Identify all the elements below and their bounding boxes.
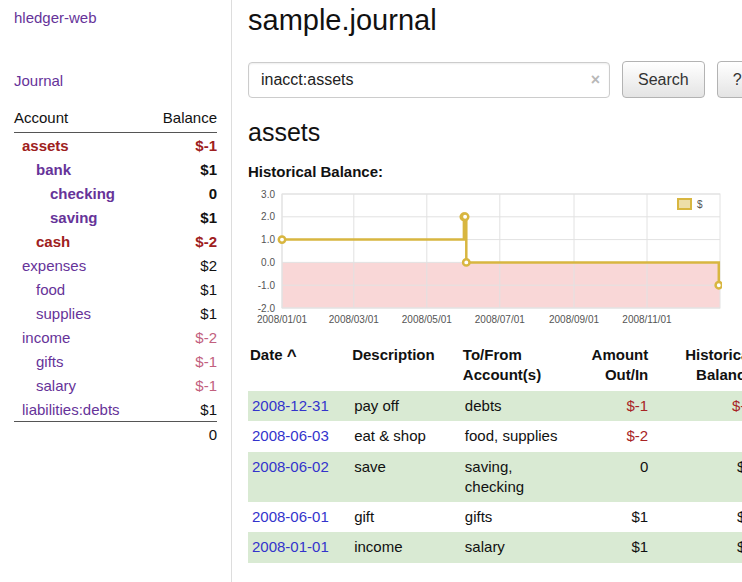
account-row: bank$1 <box>14 157 217 181</box>
search-button[interactable]: Search <box>622 61 705 98</box>
search-bar: × Search ? <box>248 61 742 98</box>
transaction-accounts: food, supplies <box>461 421 575 451</box>
account-balance: $1 <box>148 301 217 325</box>
account-name-cell: bank <box>14 157 148 181</box>
transaction-balance: $2 <box>652 452 742 503</box>
account-link[interactable]: bank <box>36 161 71 178</box>
account-link[interactable]: gifts <box>36 353 64 370</box>
account-name-cell: liabilities:debts <box>14 397 148 422</box>
register-header-amount: Amount Out/In <box>575 342 652 391</box>
accounts-total-spacer <box>14 422 148 447</box>
account-row: supplies$1 <box>14 301 217 325</box>
svg-text:2008/05/01: 2008/05/01 <box>402 314 452 325</box>
register-row: 2008-06-01giftgifts$1$2 <box>248 502 742 532</box>
register-header-row: Date ^ Description To/From Account(s) Am… <box>248 342 742 391</box>
accounts-table: Account Balance assets$-1bank$1checking0… <box>14 106 217 446</box>
account-link[interactable]: salary <box>36 377 76 394</box>
page-title: sample.journal <box>248 4 742 37</box>
transaction-accounts: saving, checking <box>461 452 575 503</box>
search-box: × <box>248 62 610 98</box>
transaction-date-link[interactable]: 2008-06-03 <box>252 427 329 444</box>
accounts-total-row: 0 <box>14 422 217 447</box>
account-row: income$-2 <box>14 325 217 349</box>
account-link[interactable]: expenses <box>22 257 86 274</box>
transaction-balance: $2 <box>652 502 742 532</box>
account-row: checking0 <box>14 181 217 205</box>
register-header-accounts: To/From Account(s) <box>461 342 575 391</box>
account-balance: $2 <box>148 253 217 277</box>
accounts-header-balance: Balance <box>148 106 217 133</box>
account-link[interactable]: cash <box>36 233 70 250</box>
register-row: 2008-12-31pay offdebts$-1$-1 <box>248 391 742 421</box>
register-header-date-label: Date <box>250 346 283 363</box>
account-row: salary$-1 <box>14 373 217 397</box>
register-header-date[interactable]: Date ^ <box>248 342 350 391</box>
transaction-date-cell: 2008-06-01 <box>248 502 350 532</box>
transaction-date-cell: 2008-12-31 <box>248 391 350 421</box>
accounts-table-body: assets$-1bank$1checking0saving$1cash$-2e… <box>14 133 217 422</box>
account-balance: 0 <box>148 181 217 205</box>
search-input[interactable] <box>248 62 610 98</box>
transaction-date-cell: 2008-06-02 <box>248 452 350 503</box>
transaction-amount: $-1 <box>575 391 652 421</box>
sort-ascending-icon: ^ <box>287 346 297 365</box>
account-name-cell: supplies <box>14 301 148 325</box>
transaction-accounts: salary <box>461 532 575 562</box>
account-row: liabilities:debts$1 <box>14 397 217 422</box>
account-name-cell: checking <box>14 181 148 205</box>
transaction-date-link[interactable]: 2008-01-01 <box>252 538 329 555</box>
transaction-balance: $-1 <box>652 391 742 421</box>
account-name-cell: expenses <box>14 253 148 277</box>
account-link[interactable]: liabilities:debts <box>22 401 120 418</box>
balance-chart-svg: 3.02.01.00.0-1.0-2.02008/01/012008/03/01… <box>248 188 722 334</box>
transaction-date-link[interactable]: 2008-06-02 <box>252 458 329 475</box>
transaction-accounts: debts <box>461 391 575 421</box>
register-row: 2008-06-02savesaving, checking0$2 <box>248 452 742 503</box>
account-balance: $-2 <box>148 229 217 253</box>
main-content: sample.journal × Search ? assets Histori… <box>232 0 742 582</box>
account-name-cell: gifts <box>14 349 148 373</box>
account-row: cash$-2 <box>14 229 217 253</box>
svg-text:1.0: 1.0 <box>261 234 275 245</box>
transaction-amount: $1 <box>575 532 652 562</box>
transaction-date-link[interactable]: 2008-06-01 <box>252 508 329 525</box>
account-name-cell: salary <box>14 373 148 397</box>
account-balance: $-1 <box>148 373 217 397</box>
transaction-date-link[interactable]: 2008-12-31 <box>252 397 329 414</box>
transaction-balance: 0 <box>652 421 742 451</box>
chart-title: Historical Balance: <box>248 163 742 180</box>
account-link[interactable]: saving <box>50 209 98 226</box>
brand-link[interactable]: hledger-web <box>14 9 217 26</box>
transaction-date-cell: 2008-06-03 <box>248 421 350 451</box>
svg-text:-2.0: -2.0 <box>258 303 276 314</box>
svg-text:0.0: 0.0 <box>261 257 275 268</box>
accounts-total-balance: 0 <box>148 422 217 447</box>
svg-text:2008/07/01: 2008/07/01 <box>475 314 525 325</box>
svg-text:2008/09/01: 2008/09/01 <box>549 314 599 325</box>
account-link[interactable]: supplies <box>36 305 91 322</box>
svg-text:2008/11/01: 2008/11/01 <box>622 314 672 325</box>
account-row: assets$-1 <box>14 133 217 158</box>
transaction-amount: $1 <box>575 502 652 532</box>
account-row: food$1 <box>14 277 217 301</box>
svg-text:2008/01/01: 2008/01/01 <box>257 314 307 325</box>
clear-search-icon[interactable]: × <box>591 71 600 89</box>
register-header-balance: Historical Balance <box>652 342 742 391</box>
account-name-cell: income <box>14 325 148 349</box>
account-link[interactable]: assets <box>22 137 69 154</box>
account-link[interactable]: food <box>36 281 65 298</box>
transaction-accounts: gifts <box>461 502 575 532</box>
nav-journal-link[interactable]: Journal <box>14 72 217 89</box>
account-balance: $1 <box>148 397 217 422</box>
account-link[interactable]: checking <box>50 185 115 202</box>
account-name-cell: saving <box>14 205 148 229</box>
transaction-description: pay off <box>350 391 461 421</box>
svg-text:-1.0: -1.0 <box>258 280 276 291</box>
svg-text:2008/03/01: 2008/03/01 <box>329 314 379 325</box>
account-balance: $-2 <box>148 325 217 349</box>
help-button[interactable]: ? <box>717 61 742 98</box>
account-link[interactable]: income <box>22 329 70 346</box>
account-row: expenses$2 <box>14 253 217 277</box>
transaction-balance: $1 <box>652 532 742 562</box>
register-row: 2008-06-03eat & shopfood, supplies$-20 <box>248 421 742 451</box>
